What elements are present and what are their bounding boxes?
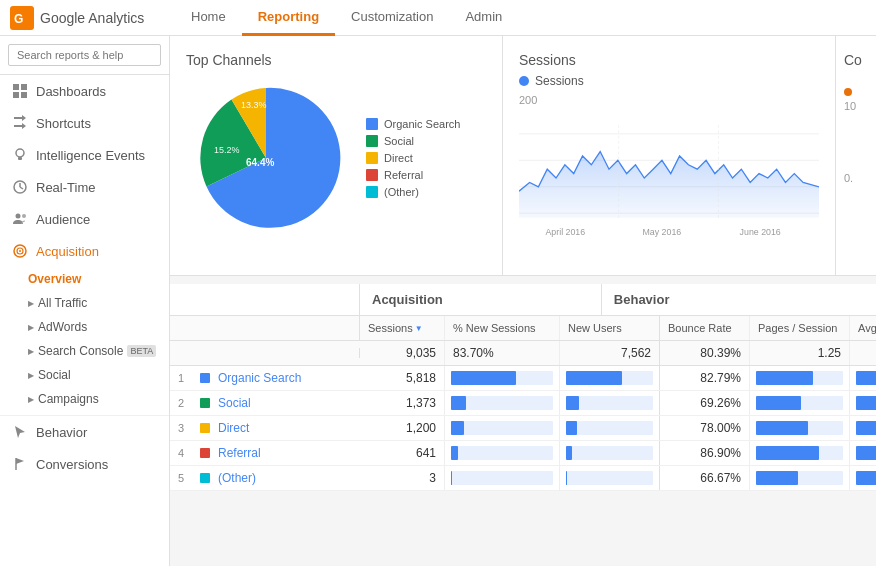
behavior-section-header: Behavior (602, 284, 876, 315)
total-row: 9,035 83.70% 7,562 80.39% 1.25 00:01:16 (170, 341, 876, 366)
col-header-avgduration[interactable]: Avg. Session Duration (850, 316, 876, 340)
sidebar-item-conversions[interactable]: Conversions (0, 448, 169, 480)
svg-text:April 2016: April 2016 (545, 227, 585, 237)
channel-link[interactable]: Organic Search (218, 371, 301, 385)
channel-cell: Social (214, 391, 360, 415)
sidebar-sub-adwords[interactable]: ▶ AdWords (0, 315, 169, 339)
grid-icon (12, 83, 28, 99)
sidebar-item-shortcuts[interactable]: Shortcuts (0, 107, 169, 139)
svg-point-11 (16, 214, 21, 219)
newusers-bar-cell (560, 391, 660, 415)
svg-text:15.2%: 15.2% (214, 145, 240, 155)
avgduration-bar-cell (850, 466, 876, 490)
pct-bar-cell (445, 391, 560, 415)
rank-cell: 2 (170, 392, 200, 414)
rank-cell: 3 (170, 417, 200, 439)
sidebar-sub-alltraffic[interactable]: ▶ All Traffic (0, 291, 169, 315)
newusers-bar-cell (560, 416, 660, 440)
nav-item-reporting[interactable]: Reporting (242, 0, 335, 36)
svg-rect-7 (18, 157, 22, 160)
svg-text:13.3%: 13.3% (241, 100, 267, 110)
avgduration-bar-cell (850, 441, 876, 465)
svg-rect-4 (13, 92, 19, 98)
total-newusers: 7,562 (560, 341, 660, 365)
sessions-legend-label: Sessions (535, 74, 584, 88)
top-nav: Home Reporting Customization Admin (175, 0, 518, 36)
avgduration-bar-cell (850, 366, 876, 390)
total-bouncerate: 80.39% (660, 341, 750, 365)
sidebar-item-intelligence[interactable]: Intelligence Events (0, 139, 169, 171)
table-row: 2 Social 1,373 69.26% (170, 391, 876, 416)
sidebar-item-dashboards[interactable]: Dashboards (0, 75, 169, 107)
legend-item-organic: Organic Search (366, 118, 460, 130)
pct-bar-cell (445, 441, 560, 465)
nav-item-home[interactable]: Home (175, 0, 242, 36)
triangle-icon3: ▶ (28, 347, 34, 356)
col-header-sessions[interactable]: Sessions ▼ (360, 316, 445, 340)
svg-line-10 (20, 187, 23, 189)
col-header-pctnew[interactable]: % New Sessions (445, 316, 560, 340)
newusers-bar-cell (560, 366, 660, 390)
sidebar-item-behavior[interactable]: Behavior (0, 415, 169, 448)
channel-link[interactable]: (Other) (218, 471, 256, 485)
data-table-section: Acquisition Behavior Sessions ▼ % New Se… (170, 284, 876, 491)
cursor-icon (12, 424, 28, 440)
sidebar-sub-campaigns[interactable]: ▶ Campaigns (0, 387, 169, 411)
sidebar-item-audience-label: Audience (36, 212, 90, 227)
channel-cell: Organic Search (214, 366, 360, 390)
sessions-chart-y-label: 200 (519, 94, 819, 106)
sidebar-sub-overview[interactable]: Overview (0, 267, 169, 291)
legend-item-other: (Other) (366, 186, 460, 198)
col-header-bouncerate[interactable]: Bounce Rate (660, 316, 750, 340)
sessions-panel: Sessions Sessions 200 (503, 36, 836, 275)
acquisition-section-header: Acquisition (360, 284, 602, 315)
total-pctnew: 83.70% (445, 341, 560, 365)
nav-item-admin[interactable]: Admin (449, 0, 518, 36)
search-input[interactable] (8, 44, 161, 66)
sidebar-item-acquisition-label: Acquisition (36, 244, 99, 259)
sidebar-item-acquisition[interactable]: Acquisition (0, 235, 169, 267)
nav-item-customization[interactable]: Customization (335, 0, 449, 36)
sessions-legend-dot (519, 76, 529, 86)
newusers-bar-cell (560, 466, 660, 490)
col-header-pages[interactable]: Pages / Session (750, 316, 850, 340)
sidebar-item-realtime-label: Real-Time (36, 180, 95, 195)
svg-point-15 (19, 250, 21, 252)
people-icon (12, 211, 28, 227)
col-header-newusers[interactable]: New Users (560, 316, 660, 340)
sidebar-item-audience[interactable]: Audience (0, 203, 169, 235)
sidebar-item-conversions-label: Conversions (36, 457, 108, 472)
channel-link[interactable]: Social (218, 396, 251, 410)
sessions-line-chart: April 2016 May 2016 June 2016 (519, 108, 819, 248)
svg-point-6 (16, 149, 24, 157)
channel-cell: Direct (214, 416, 360, 440)
pie-chart: 64.4% 15.2% 13.3% (186, 78, 346, 238)
pages-bar-cell (750, 441, 850, 465)
legend-item-social: Social (366, 135, 460, 147)
pct-bar-cell (445, 366, 560, 390)
sidebar-item-dashboards-label: Dashboards (36, 84, 106, 99)
legend-item-referral: Referral (366, 169, 460, 181)
target-icon (12, 243, 28, 259)
bounce-rate-value: 66.67% (660, 466, 750, 490)
flag-icon (12, 456, 28, 472)
beta-badge: BETA (127, 345, 156, 357)
sidebar-item-realtime[interactable]: Real-Time (0, 171, 169, 203)
ga-logo-icon: G (10, 6, 34, 30)
top-channels-title: Top Channels (186, 52, 486, 68)
bounce-rate-value: 78.00% (660, 416, 750, 440)
bounce-rate-value: 82.79% (660, 366, 750, 390)
third-chart-panel: Co 10 0. (836, 36, 876, 275)
sidebar-sub-searchconsole[interactable]: ▶ Search Console BETA (0, 339, 169, 363)
channel-link[interactable]: Direct (218, 421, 249, 435)
bounce-rate-value: 86.90% (660, 441, 750, 465)
svg-text:June 2016: June 2016 (740, 227, 781, 237)
table-row: 1 Organic Search 5,818 82.79% (170, 366, 876, 391)
sessions-value: 3 (360, 466, 445, 490)
top-channels-panel: Top Channels 64.4% 15.2% 13 (170, 36, 503, 275)
sidebar-sub-social[interactable]: ▶ Social (0, 363, 169, 387)
svg-rect-2 (13, 84, 19, 90)
total-sessions: 9,035 (360, 341, 445, 365)
channel-link[interactable]: Referral (218, 446, 261, 460)
svg-point-12 (22, 214, 26, 218)
